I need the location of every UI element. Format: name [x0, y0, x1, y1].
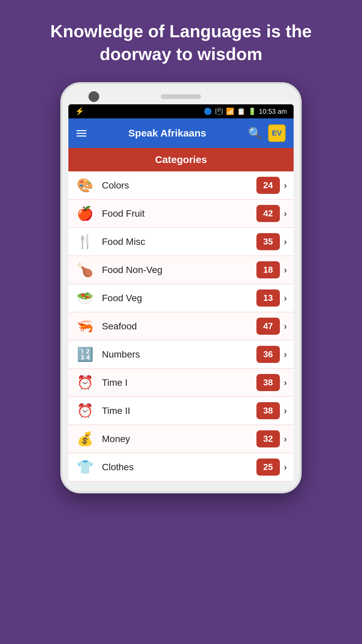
list-item[interactable]: ⏰ Time II 38 › — [68, 397, 294, 425]
chevron-right-icon: › — [284, 434, 287, 444]
chevron-right-icon: › — [284, 265, 287, 275]
chevron-right-icon: › — [284, 236, 287, 247]
chevron-right-icon: › — [284, 406, 287, 416]
phone-frame: ⚡ 🔵 📳 📶 📋 🔋 10:53 am Speak Afrikaans 🔍 E… — [60, 82, 302, 493]
list-item[interactable]: 💰 Money 32 › — [68, 425, 294, 453]
tagline: Knowledge of Languages is the doorway to… — [0, 0, 362, 82]
app-title: Speak Afrikaans — [86, 127, 248, 139]
status-bar: ⚡ 🔵 📳 📶 📋 🔋 10:53 am — [68, 104, 294, 118]
category-count: 47 — [256, 318, 280, 335]
category-name: Food Non-Veg — [102, 265, 256, 275]
category-icon: 💰 — [75, 431, 95, 447]
list-item[interactable]: 👕 Clothes 25 › — [68, 453, 294, 481]
category-count: 13 — [256, 289, 280, 307]
category-count: 36 — [256, 346, 280, 363]
category-name: Clothes — [102, 462, 256, 473]
usb-icon: ⚡ — [75, 107, 84, 116]
time-display: 10:53 am — [259, 108, 287, 115]
category-count: 42 — [256, 205, 280, 222]
list-item[interactable]: ⏰ Time I 38 › — [68, 369, 294, 397]
category-icon: 🎨 — [75, 177, 95, 193]
list-item[interactable]: 🍗 Food Non-Veg 18 › — [68, 256, 294, 284]
category-name: Seafood — [102, 321, 256, 332]
sim-icon: 📋 — [237, 107, 245, 115]
category-name: Money — [102, 434, 256, 444]
chevron-right-icon: › — [284, 377, 287, 388]
category-icon: 👕 — [75, 459, 95, 475]
category-icon: ⏰ — [75, 403, 95, 419]
ev-badge: EV — [268, 124, 286, 142]
status-icons: 🔵 📳 📶 📋 🔋 10:53 am — [204, 107, 287, 115]
wifi-icon: 📶 — [226, 107, 234, 115]
category-name: Time I — [102, 377, 256, 388]
list-item[interactable]: 🔢 Numbers 36 › — [68, 340, 294, 369]
category-count: 18 — [256, 261, 280, 278]
list-item[interactable]: 🍴 Food Misc 35 › — [68, 228, 294, 256]
chevron-right-icon: › — [284, 349, 287, 360]
phone-top — [68, 94, 294, 99]
category-icon: 🍎 — [75, 206, 95, 221]
chevron-right-icon: › — [284, 321, 287, 332]
phone-screen: ⚡ 🔵 📳 📶 📋 🔋 10:53 am Speak Afrikaans 🔍 E… — [68, 104, 294, 481]
search-button[interactable]: 🔍 — [248, 126, 262, 140]
category-icon: 🔢 — [75, 346, 95, 362]
list-item[interactable]: 🍎 Food Fruit 42 › — [68, 200, 294, 228]
app-bar-right: 🔍 EV — [248, 124, 286, 142]
category-icon: 🥗 — [75, 290, 95, 306]
speaker — [161, 94, 201, 99]
category-name: Colors — [102, 180, 256, 191]
category-icon: ⏰ — [75, 375, 95, 390]
vibrate-icon: 📳 — [215, 107, 223, 115]
category-count: 32 — [256, 430, 280, 447]
list-item[interactable]: 🎨 Colors 24 › — [68, 171, 294, 200]
battery-icon: 🔋 — [248, 107, 256, 115]
camera — [88, 91, 99, 102]
category-icon: 🍴 — [75, 234, 95, 250]
chevron-right-icon: › — [284, 462, 287, 473]
hamburger-menu-button[interactable] — [76, 130, 86, 137]
category-name: Numbers — [102, 349, 256, 360]
category-count: 24 — [256, 177, 280, 194]
category-name: Time II — [102, 406, 256, 416]
app-bar: Speak Afrikaans 🔍 EV — [68, 118, 294, 148]
chevron-right-icon: › — [284, 293, 287, 304]
category-count: 38 — [256, 374, 280, 391]
category-icon: 🍗 — [75, 262, 95, 278]
categories-header: Categories — [68, 148, 294, 171]
chevron-right-icon: › — [284, 180, 287, 191]
list-item[interactable]: 🦐 Seafood 47 › — [68, 312, 294, 340]
category-count: 35 — [256, 233, 280, 250]
category-name: Food Fruit — [102, 208, 256, 219]
list-item[interactable]: 🥗 Food Veg 13 › — [68, 284, 294, 312]
category-list: 🎨 Colors 24 › 🍎 Food Fruit 42 › 🍴 Food M… — [68, 171, 294, 481]
bluetooth-icon: 🔵 — [204, 107, 212, 115]
chevron-right-icon: › — [284, 208, 287, 219]
category-count: 38 — [256, 402, 280, 419]
category-name: Food Misc — [102, 236, 256, 247]
category-name: Food Veg — [102, 293, 256, 304]
category-icon: 🦐 — [75, 318, 95, 334]
category-count: 25 — [256, 459, 280, 476]
